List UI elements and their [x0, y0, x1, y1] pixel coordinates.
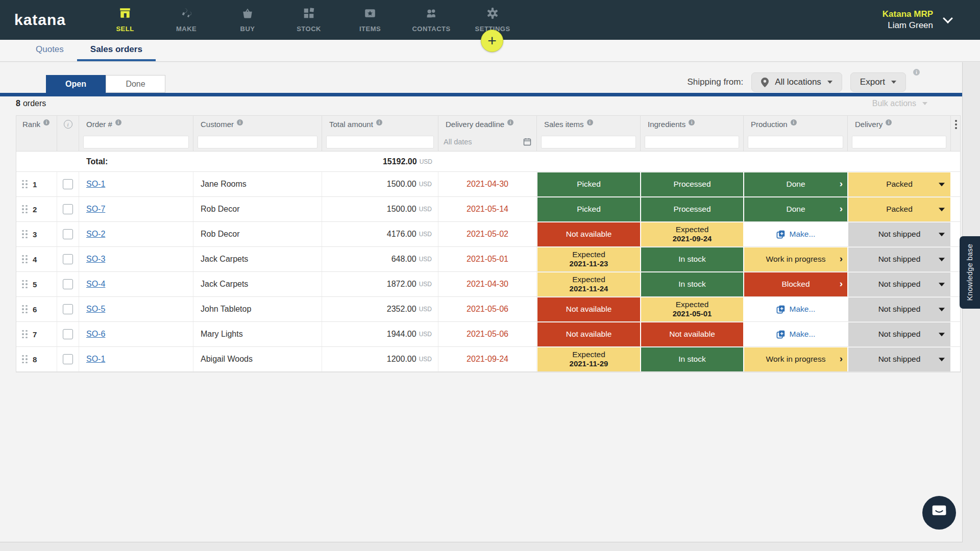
order-link[interactable]: SO-3 — [86, 255, 105, 264]
nav-item-make[interactable]: MAKE — [158, 0, 215, 40]
nav-item-items[interactable]: ITEMS — [341, 0, 399, 40]
row-checkbox[interactable] — [63, 204, 73, 214]
drag-handle-icon[interactable] — [22, 330, 28, 339]
status-delivery[interactable]: Not shipped — [848, 272, 950, 296]
row-checkbox[interactable] — [63, 329, 73, 339]
status-delivery[interactable]: Not shipped — [848, 347, 950, 371]
status-production[interactable]: Make... — [744, 322, 847, 346]
order-link[interactable]: SO-6 — [86, 330, 105, 339]
knowledge-base-tab[interactable]: Knowledge base — [960, 236, 980, 309]
location-selector-button[interactable]: All locations — [751, 72, 842, 92]
filter-customer-input[interactable] — [198, 136, 317, 148]
drag-handle-icon[interactable] — [22, 230, 28, 239]
col-header-ingredients: Ingredientsi — [641, 116, 744, 133]
row-checkbox[interactable] — [63, 229, 73, 239]
chat-widget-button[interactable] — [922, 496, 956, 530]
nav-items: SELL MAKE BUY STOCK ITEMS CONTACTS SETTI… — [96, 0, 521, 40]
status-sales-items: Picked — [537, 197, 640, 221]
account-company: Katana MRP — [883, 9, 933, 19]
table-row: 1 SO-1 Jane Rooms 1500.00 USD 2021-04-30… — [16, 172, 960, 197]
export-button[interactable]: Export i — [850, 72, 906, 92]
order-link[interactable]: SO-1 — [86, 180, 105, 189]
col-header-delivery: Deliveryi — [848, 116, 951, 133]
col-header-sales-items: Sales itemsi — [537, 116, 641, 133]
info-icon: i — [115, 119, 121, 126]
table-total-row: Total: 15192.00 USD — [16, 152, 960, 172]
add-order-button[interactable]: + — [481, 30, 503, 52]
order-link[interactable]: SO-4 — [86, 280, 105, 289]
location-selector-value: All locations — [775, 77, 821, 87]
content-panel: Open Done Shipping from: All locations E… — [0, 62, 963, 542]
drag-handle-icon[interactable] — [22, 305, 28, 314]
info-icon: i — [376, 119, 382, 126]
info-icon: i — [237, 119, 243, 126]
status-production[interactable]: Make... — [744, 222, 847, 246]
gear-icon — [486, 7, 499, 21]
status-production[interactable]: Done› — [744, 197, 847, 221]
row-checkbox[interactable] — [63, 304, 73, 314]
shipping-controls: Shipping from: All locations Export i — [688, 72, 906, 92]
chevron-right-icon: › — [840, 278, 843, 289]
row-rank: 2 — [33, 205, 37, 214]
nav-item-contacts[interactable]: CONTACTS — [403, 0, 460, 40]
row-checkbox[interactable] — [63, 254, 73, 264]
filter-ingredients-input[interactable] — [645, 136, 739, 148]
row-rank: 8 — [33, 355, 37, 364]
drag-handle-icon[interactable] — [22, 255, 28, 264]
bulk-actions-button[interactable]: Bulk actions — [872, 99, 927, 108]
filter-delivery-input[interactable] — [852, 136, 946, 148]
kebab-icon — [955, 120, 957, 129]
account-menu[interactable]: Katana MRP Liam Green — [883, 0, 951, 40]
filter-dates-dropdown[interactable]: All dates — [438, 133, 537, 151]
drag-handle-icon[interactable] — [22, 205, 28, 214]
table-header-row: Ranki i Order #i Customeri Total amounti… — [16, 116, 960, 133]
order-link[interactable]: SO-2 — [86, 230, 105, 239]
info-icon: i — [886, 119, 892, 126]
col-header-production: Productioni — [744, 116, 848, 133]
katana-logo: katana — [14, 11, 66, 29]
tab-quotes[interactable]: Quotes — [22, 40, 77, 61]
drag-handle-icon[interactable] — [22, 180, 28, 189]
row-checkbox[interactable] — [63, 354, 73, 364]
tab-sales-orders[interactable]: Sales orders — [77, 40, 156, 61]
order-link[interactable]: SO-5 — [86, 305, 105, 314]
row-checkbox[interactable] — [63, 279, 73, 289]
filter-order-input[interactable] — [83, 136, 189, 148]
status-production[interactable]: Done› — [744, 172, 847, 196]
drag-handle-icon[interactable] — [22, 355, 28, 364]
caret-down-icon — [939, 283, 945, 286]
row-amount-currency: USD — [419, 306, 432, 313]
order-link[interactable]: SO-7 — [86, 205, 105, 214]
filter-sales-items-input[interactable] — [541, 136, 636, 148]
nav-item-sell[interactable]: SELL — [96, 0, 154, 40]
drag-handle-icon[interactable] — [22, 280, 28, 289]
status-production[interactable]: Make... — [744, 297, 847, 321]
row-checkbox[interactable] — [63, 179, 73, 189]
table-body: 1 SO-1 Jane Rooms 1500.00 USD 2021-04-30… — [16, 172, 960, 372]
order-link[interactable]: SO-1 — [86, 355, 105, 364]
open-segment-button[interactable]: Open — [46, 75, 106, 93]
location-pin-icon — [761, 78, 769, 87]
status-production[interactable]: Blocked› — [744, 272, 847, 296]
status-production[interactable]: Work in progress› — [744, 247, 847, 271]
column-menu[interactable] — [951, 116, 961, 133]
status-production[interactable]: Work in progress› — [744, 347, 847, 371]
row-customer: Jane Rooms — [193, 172, 322, 196]
status-delivery[interactable]: Not shipped — [848, 297, 950, 321]
status-delivery[interactable]: Not shipped — [848, 322, 950, 346]
nav-item-buy[interactable]: BUY — [219, 0, 276, 40]
row-deadline: 2021-05-06 — [438, 297, 537, 321]
status-delivery[interactable]: Not shipped — [848, 222, 950, 246]
filter-production-input[interactable] — [748, 136, 843, 148]
nav-item-stock[interactable]: STOCK — [280, 0, 337, 40]
status-delivery[interactable]: Packed — [848, 172, 950, 196]
row-amount-value: 1200.00 — [387, 355, 416, 364]
status-delivery[interactable]: Packed — [848, 197, 950, 221]
row-rank: 1 — [33, 180, 37, 189]
row-deadline: 2021-04-30 — [438, 272, 537, 296]
done-segment-button[interactable]: Done — [106, 75, 165, 93]
filter-total-amount-input[interactable] — [326, 136, 434, 148]
status-delivery[interactable]: Not shipped — [848, 247, 950, 271]
row-amount-currency: USD — [419, 231, 432, 238]
caret-down-icon — [939, 208, 945, 211]
